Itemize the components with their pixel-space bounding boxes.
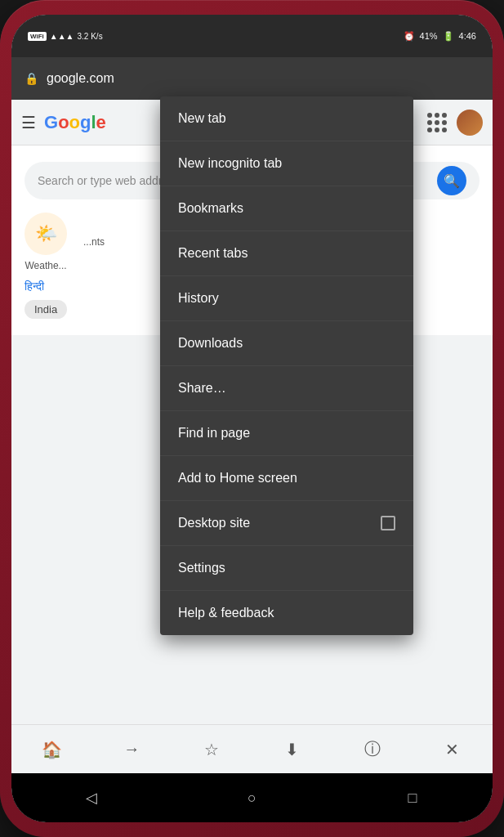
menu-item-label: Help & feedback xyxy=(178,606,274,620)
menu-item-label: Bookmarks xyxy=(178,201,243,216)
menu-item-new-incognito-tab[interactable]: New incognito tab xyxy=(160,141,413,186)
desktop-site-checkbox[interactable] xyxy=(381,516,395,530)
menu-item-label: Desktop site xyxy=(178,516,250,530)
menu-item-label: Add to Home screen xyxy=(178,471,297,486)
menu-item-bookmarks[interactable]: Bookmarks xyxy=(160,186,413,231)
menu-item-downloads[interactable]: Downloads xyxy=(160,321,413,366)
menu-item-settings[interactable]: Settings xyxy=(160,546,413,591)
menu-item-help-feedback[interactable]: Help & feedback xyxy=(160,591,413,635)
context-menu: New tab New incognito tab Bookmarks Rece… xyxy=(160,96,413,635)
menu-item-add-to-home-screen[interactable]: Add to Home screen xyxy=(160,456,413,501)
menu-item-label: History xyxy=(178,291,219,306)
menu-item-new-tab[interactable]: New tab xyxy=(160,96,413,141)
menu-item-label: New incognito tab xyxy=(178,156,282,171)
menu-item-recent-tabs[interactable]: Recent tabs xyxy=(160,231,413,276)
menu-item-label: New tab xyxy=(178,111,226,126)
menu-item-label: Downloads xyxy=(178,336,243,351)
menu-item-label: Settings xyxy=(178,561,225,575)
menu-item-label: Recent tabs xyxy=(178,246,248,261)
phone-frame: WiFi ▲▲▲ 3.2 K/s ⏰ 41% 🔋 4:46 🔒 google.c… xyxy=(0,0,504,837)
phone-inner: WiFi ▲▲▲ 3.2 K/s ⏰ 41% 🔋 4:46 🔒 google.c… xyxy=(11,15,493,822)
menu-item-label: Find in page xyxy=(178,426,250,441)
menu-item-history[interactable]: History xyxy=(160,276,413,321)
menu-item-label: Share… xyxy=(178,381,226,396)
menu-item-share[interactable]: Share… xyxy=(160,366,413,411)
menu-item-desktop-site[interactable]: Desktop site xyxy=(160,501,413,546)
dropdown-overlay[interactable]: New tab New incognito tab Bookmarks Rece… xyxy=(11,15,493,822)
screen: WiFi ▲▲▲ 3.2 K/s ⏰ 41% 🔋 4:46 🔒 google.c… xyxy=(11,15,493,822)
menu-item-find-in-page[interactable]: Find in page xyxy=(160,411,413,456)
